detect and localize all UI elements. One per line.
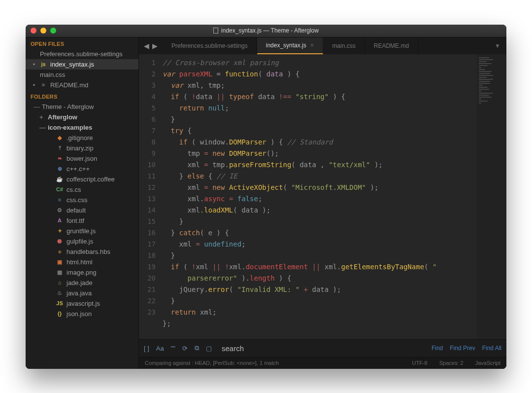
wrap-toggle-icon[interactable]: ⟳ [182,345,188,352]
tab[interactable]: Preferences.sublime-settings [163,37,257,54]
code-line: return null; [163,103,477,114]
disclosure-icon: — [33,103,38,110]
folders-header: FOLDERS [26,90,138,102]
minimap-line [479,57,489,58]
tab-history-back-button[interactable]: ◀ [144,42,149,50]
file-icon: ⟐ [56,248,63,255]
line-number: 7 [139,125,156,137]
tree-item-label: java.java [66,289,92,297]
tab[interactable]: main.css [323,37,365,54]
close-tab-icon[interactable]: × [310,41,314,49]
find-prev-button[interactable]: Find Prev [450,345,475,352]
disclosure-icon: + [39,113,44,121]
file-item[interactable]: ⟐handlebars.hbs [26,247,138,257]
file-item[interactable]: ☕coffescript.coffee [26,174,138,184]
file-icon: ▣ [56,258,63,265]
file-item[interactable]: ❧bower.json [26,153,138,164]
code-line: if ( !data || typeof data !== "string" )… [163,91,477,103]
minimap-line [479,79,493,80]
file-item[interactable]: ⚙default [26,205,138,215]
file-item[interactable]: ♨java.java [26,288,138,298]
tree-item-label: bower.json [66,155,97,162]
in-selection-toggle-icon[interactable]: ⧉ [195,344,199,352]
folder-item[interactable]: +Afterglow [26,112,138,122]
file-icon: {} [56,310,63,317]
tree-item-label: cs.cs [66,186,81,193]
sidebar: OPEN FILES Preferences.sublime-settings•… [26,37,139,369]
folder-item[interactable]: —icon-examples [26,122,138,133]
document-icon [213,28,218,34]
highlight-toggle-icon[interactable]: ▢ [206,345,212,352]
tree-item-label: gulpfile.js [66,238,93,245]
open-file-label: Preferences.sublime-settings [40,50,123,58]
whole-word-toggle-icon[interactable]: "" [171,345,175,352]
file-item[interactable]: Afont.ttf [26,215,138,226]
minimap-line [479,99,481,100]
code-editor[interactable]: 1234567891011121314151617181920212223 //… [139,54,506,339]
tree-item-label: default [66,207,86,214]
code-line: xml = new ActiveXObject( "Microsoft.XMLD… [163,182,477,193]
code-line: parsererror" ).length ) { [163,273,477,284]
file-item[interactable]: ◆.gitignore [26,133,138,143]
file-icon: ⊕ [56,165,63,172]
status-indent[interactable]: Spaces: 2 [439,360,464,366]
file-item[interactable]: C#cs.cs [26,184,138,195]
tab-overflow-button[interactable]: ▼ [489,37,506,54]
find-all-button[interactable]: Find All [482,345,501,352]
tree-item-label: image.png [66,269,97,276]
case-sensitive-toggle-icon[interactable]: Aa [156,345,164,352]
file-item[interactable]: ⇡binary.zip [26,143,138,153]
file-item[interactable]: ≡css.css [26,195,138,205]
file-icon: ⇡ [56,144,63,151]
code-line: } [163,295,477,307]
minimap-line [479,91,481,92]
tab[interactable]: index_syntax.js× [257,37,324,54]
status-bar: Comparing against : HEAD, [PerlSub: <non… [139,357,506,369]
file-item[interactable]: ⌂jade.jade [26,278,138,288]
find-button[interactable]: Find [432,345,443,352]
file-item[interactable]: {}json.json [26,309,138,319]
code-line: }; [163,318,477,329]
line-number: 5 [139,103,156,114]
file-icon: ✦ [56,227,63,234]
tab-history-forward-button[interactable]: ▶ [152,42,158,50]
file-item[interactable]: JSjavascript.js [26,298,138,309]
tab[interactable]: README.md [365,37,418,54]
code-line: if ( window.DOMParser ) { // Standard [163,137,477,148]
minimap[interactable] [477,54,506,339]
code-line: // Cross-browser xml parsing [163,57,477,69]
status-syntax[interactable]: JavaScript [475,360,500,366]
code-line: var xml, tmp; [163,80,477,91]
minimap-line [479,97,492,98]
code-line: xml.loadXML( data ); [163,205,477,216]
code-area[interactable]: // Cross-browser xml parsingvar parseXML… [161,54,477,339]
status-encoding[interactable]: UTF-8 [412,360,428,366]
open-file-item[interactable]: •=README.md [26,80,138,90]
open-file-item[interactable]: Preferences.sublime-settings [26,49,138,59]
line-number: 17 [139,239,156,250]
regex-toggle-icon[interactable]: [ ] [144,345,149,352]
status-left: Comparing against : HEAD, [PerlSub: <non… [145,360,279,366]
line-number: 3 [139,80,156,91]
file-icon: ▦ [56,269,63,276]
file-item[interactable]: ✦gruntfile.js [26,226,138,236]
line-number: 18 [139,250,156,261]
file-icon: ◆ [56,134,63,141]
line-number: 8 [139,137,156,148]
folder-item[interactable]: —Theme - Afterglow [26,102,138,112]
tree-item-label: coffescript.coffee [66,176,115,183]
file-item[interactable]: ▣html.html [26,257,138,267]
gutter: 1234567891011121314151617181920212223 [139,54,161,339]
search-input[interactable]: search [222,344,244,353]
line-number: 20 [139,273,156,284]
open-file-item[interactable]: main.css [26,70,138,80]
file-icon: ≡ [56,196,63,203]
code-line: xml = undefined; [163,239,477,250]
file-item[interactable]: ⬣gulpfile.js [26,236,138,247]
tab-bar: ◀ ▶ Preferences.sublime-settingsindex_sy… [139,37,506,54]
open-file-item[interactable]: •jsindex_syntax.js [26,59,138,70]
file-item[interactable]: ▦image.png [26,267,138,278]
line-number: 4 [139,91,156,103]
file-item[interactable]: ⊕c++.c++ [26,164,138,174]
open-file-label: main.css [40,71,65,78]
